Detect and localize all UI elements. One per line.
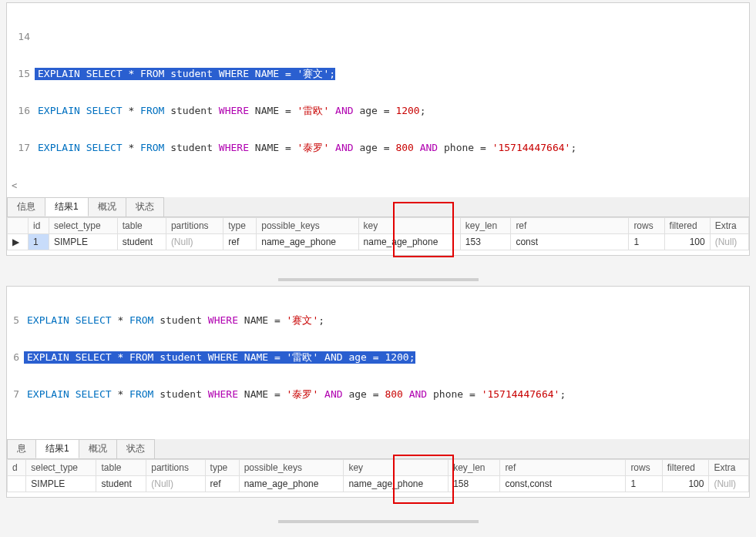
sql-line-16[interactable]: EXPLAIN SELECT * FROM student WHERE NAME… [35,105,426,117]
col-key-len[interactable]: key_len [460,218,511,234]
col-id[interactable]: d [8,460,26,476]
col-key[interactable]: key [344,460,449,476]
sql-editor-1[interactable]: 14 15EXPLAIN SELECT * FROM student WHERE… [7,3,749,180]
col-key-len[interactable]: key_len [449,460,500,476]
col-id[interactable]: id [29,218,49,234]
sql-line-7[interactable]: EXPLAIN SELECT * FROM student WHERE NAME… [24,388,566,401]
resize-grip[interactable] [278,520,479,523]
col-type[interactable]: type [205,460,239,476]
col-partitions[interactable]: partitions [146,460,205,476]
sql-line-5[interactable]: EXPLAIN SELECT * FROM student WHERE NAME… [24,314,324,327]
col-rows[interactable]: rows [626,460,662,476]
col-table[interactable]: table [96,460,146,476]
col-rows[interactable]: rows [629,218,664,234]
col-type[interactable]: type [223,218,257,234]
result-grid-1: id select_type table partitions type pos… [7,217,749,255]
col-filtered[interactable]: filtered [662,460,709,476]
panel-1: 14 15EXPLAIN SELECT * FROM student WHERE… [6,2,750,256]
col-partitions[interactable]: partitions [166,218,223,234]
tab-result[interactable]: 结果1 [35,439,79,458]
tab-info[interactable]: 息 [7,439,36,458]
result-grid-2: d select_type table partitions type poss… [7,459,749,497]
col-ref[interactable]: ref [500,460,626,476]
col-ref[interactable]: ref [511,218,629,234]
col-key[interactable]: key [358,218,460,234]
panel-2: 5EXPLAIN SELECT * FROM student WHERE NAM… [6,286,750,498]
tab-info[interactable]: 信息 [7,197,45,216]
resize-grip[interactable] [278,278,479,281]
sql-editor-2[interactable]: 5EXPLAIN SELECT * FROM student WHERE NAM… [7,287,749,427]
scroll-left-icon[interactable]: < [7,180,749,193]
col-filtered[interactable]: filtered [664,218,710,234]
col-possible-keys[interactable]: possible_keys [239,460,344,476]
col-table[interactable]: table [117,218,166,234]
sql-line-15[interactable]: EXPLAIN SELECT * FROM student WHERE NAME… [35,68,335,80]
col-possible-keys[interactable]: possible_keys [257,218,358,234]
row-marker-icon: ▶ [8,234,29,250]
tab-result[interactable]: 结果1 [45,197,89,216]
tab-summary[interactable]: 概况 [79,439,117,458]
tab-status[interactable]: 状态 [116,439,155,458]
sql-line-6[interactable]: EXPLAIN SELECT * FROM student WHERE NAME… [24,351,415,364]
tab-status[interactable]: 状态 [126,197,164,216]
table-row[interactable]: ▶ 1 SIMPLE student (Null) ref name_age_p… [8,234,749,250]
sql-line-17[interactable]: EXPLAIN SELECT * FROM student WHERE NAME… [35,142,576,154]
col-extra[interactable]: Extra [709,460,749,476]
col-select-type[interactable]: select_type [49,218,117,234]
col-select-type[interactable]: select_type [26,460,96,476]
table-row[interactable]: SIMPLE student (Null) ref name_age_phone… [8,476,749,492]
col-extra[interactable]: Extra [710,218,748,234]
tab-summary[interactable]: 概况 [88,197,126,216]
